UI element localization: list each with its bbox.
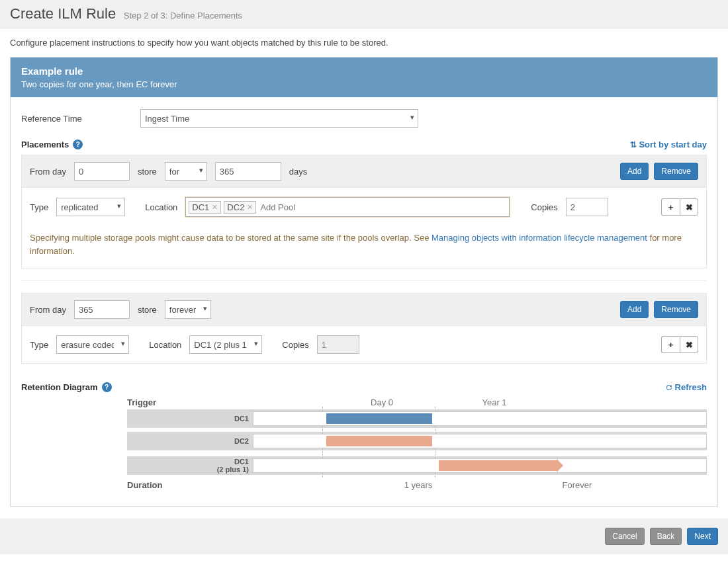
rule-banner-title: Example rule: [21, 65, 707, 77]
intro-text: Configure placement instructions to spec…: [0, 28, 728, 50]
type-select[interactable]: erasure coded: [56, 335, 129, 354]
next-button[interactable]: Next: [687, 528, 718, 545]
page-header: Create ILM Rule Step 2 of 3: Define Plac…: [0, 0, 728, 28]
back-button[interactable]: Back: [650, 528, 682, 545]
add-row-button[interactable]: +: [661, 198, 680, 216]
add-pool-input[interactable]: [259, 202, 506, 213]
store-label: store: [138, 305, 157, 315]
retention-diagram: Trigger Day 0 Year 1 DC1: [21, 397, 707, 490]
add-button[interactable]: Add: [620, 163, 649, 180]
panel-body: Reference Time Ingest Time Placements ? …: [11, 97, 717, 506]
ilm-doc-link[interactable]: Managing objects with information lifecy…: [432, 233, 647, 243]
type-label: Type: [30, 202, 48, 212]
remove-button[interactable]: Remove: [654, 301, 698, 318]
pool-label: DC1(2 plus 1): [127, 458, 253, 473]
diagram-bar: [326, 413, 432, 424]
delete-row-button[interactable]: ✖: [680, 336, 698, 353]
copies-label: Copies: [282, 340, 308, 350]
refresh-link[interactable]: Refresh: [665, 382, 707, 392]
placement-block: From day store for days Add Remove Type: [21, 155, 707, 268]
remove-tag-icon[interactable]: ✕: [212, 203, 218, 212]
diagram-axis-bottom: Duration 1 years Forever: [127, 480, 707, 490]
footer: Cancel Back Next: [0, 518, 728, 554]
store-mode-select[interactable]: for: [165, 162, 207, 181]
from-day-label: From day: [30, 167, 66, 177]
type-select[interactable]: replicated: [56, 198, 125, 216]
diagram-bar: [439, 460, 557, 471]
diagram-row: DC2: [21, 431, 707, 451]
step-indicator: Step 2 of 3: Define Placements: [124, 11, 242, 21]
pool-label: DC2: [127, 437, 253, 445]
diagram-axis-top: Trigger Day 0 Year 1: [127, 397, 707, 407]
reference-time-select[interactable]: Ingest Time: [140, 109, 418, 128]
pool-label: DC1: [127, 415, 253, 423]
rule-banner: Example rule Two copies for one year, th…: [11, 58, 717, 97]
copies-input: [317, 335, 359, 354]
reference-time-row: Reference Time Ingest Time: [21, 109, 707, 128]
placements-section-title: Placements ? ⇅ Sort by start day: [21, 140, 707, 149]
store-label: store: [138, 167, 157, 177]
type-label: Type: [30, 340, 48, 350]
help-icon[interactable]: ?: [102, 382, 112, 392]
diagram-row: DC1(2 plus 1): [21, 454, 707, 477]
copies-label: Copies: [531, 202, 557, 212]
placement-head: From day store forever Add Remove: [22, 294, 706, 326]
copies-input[interactable]: [566, 198, 608, 216]
reference-time-label: Reference Time: [21, 114, 140, 124]
delete-row-button[interactable]: ✖: [680, 198, 698, 216]
rule-banner-subtitle: Two copies for one year, then EC forever: [21, 79, 707, 89]
pool-overlap-warning: Specifying multiple storage pools might …: [22, 226, 706, 268]
add-row-button[interactable]: +: [661, 336, 680, 353]
from-day-input[interactable]: [74, 300, 130, 319]
cancel-button[interactable]: Cancel: [605, 528, 644, 545]
remove-tag-icon[interactable]: ✕: [247, 203, 253, 212]
pool-tag: DC1 ✕: [189, 201, 221, 214]
duration-unit-label: days: [289, 167, 307, 177]
store-mode-select[interactable]: forever: [165, 300, 211, 319]
diagram-bar: [326, 436, 432, 446]
placement-body: Type erasure coded Location DC1 (2 plus …: [22, 326, 706, 363]
remove-button[interactable]: Remove: [654, 163, 698, 180]
location-select[interactable]: DC1 (2 plus 1): [189, 335, 262, 354]
sort-by-start-day-link[interactable]: ⇅ Sort by start day: [630, 140, 707, 149]
main-panel: Example rule Two copies for one year, th…: [10, 57, 718, 507]
placement-head: From day store for days Add Remove: [22, 155, 706, 188]
page-title: Create ILM Rule: [10, 5, 116, 22]
pool-tag: DC2 ✕: [224, 201, 256, 214]
help-icon[interactable]: ?: [73, 140, 83, 149]
duration-input[interactable]: [215, 162, 281, 181]
from-day-label: From day: [30, 305, 66, 315]
placement-block: From day store forever Add Remove Type: [21, 293, 707, 364]
location-pool-box[interactable]: DC1 ✕ DC2 ✕: [185, 197, 510, 217]
from-day-input[interactable]: [74, 162, 130, 181]
retention-diagram-title: Retention Diagram ? Refresh: [21, 382, 707, 392]
placement-body: Type replicated Location DC1 ✕ DC2 ✕: [22, 188, 706, 226]
diagram-row: DC1: [21, 409, 707, 429]
divider: [21, 280, 707, 281]
add-button[interactable]: Add: [620, 301, 649, 318]
location-label: Location: [149, 340, 181, 350]
location-label: Location: [145, 202, 177, 212]
